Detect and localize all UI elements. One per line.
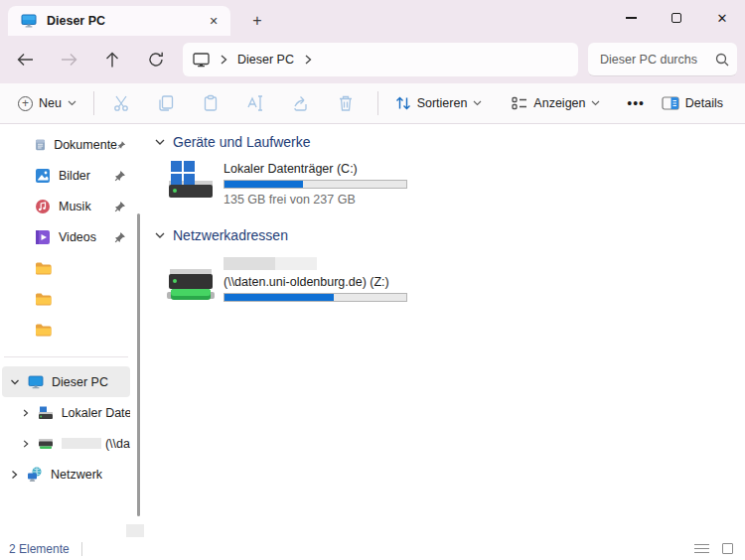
navigation-bar: Dieser PC <box>0 36 745 83</box>
view-options-icon <box>512 96 527 110</box>
capacity-bar-fill <box>224 181 303 188</box>
maximize-button[interactable] <box>654 0 699 36</box>
chevron-right-icon[interactable] <box>22 439 30 449</box>
network-drive-icon <box>167 265 215 309</box>
drive-item-c[interactable]: Lokaler Datenträger (C:) 135 GB frei von… <box>167 161 430 207</box>
paste-button[interactable] <box>194 88 228 118</box>
capacity-bar-track <box>224 180 407 189</box>
maximize-icon <box>671 13 681 23</box>
sidebar-item-dokumente[interactable]: Dokumente <box>2 129 130 160</box>
sort-button-label: Sortieren <box>417 96 468 110</box>
up-button[interactable] <box>95 43 129 76</box>
toolbar-separator <box>93 91 94 115</box>
forward-button[interactable] <box>52 43 85 76</box>
close-button[interactable]: ✕ <box>699 0 745 36</box>
group-header-network: Netzwerkadressen <box>154 227 745 243</box>
chevron-down-icon <box>68 100 76 106</box>
sidebar-scrollbar-thumb[interactable] <box>137 213 140 516</box>
sidebar-tree-netzwerk[interactable]: Netzwerk <box>2 459 130 490</box>
cut-button[interactable] <box>103 88 138 118</box>
sidebar-item-folder-redacted[interactable] <box>2 252 130 283</box>
sidebar-tree-lokaler-datentraeger[interactable]: Lokaler Datent <box>2 397 130 428</box>
redacted-label <box>62 438 101 449</box>
chevron-down-icon <box>154 136 166 148</box>
view-toggles <box>694 543 736 554</box>
pin-icon[interactable] <box>114 201 126 212</box>
rename-icon <box>245 94 265 112</box>
refresh-icon <box>148 52 164 68</box>
sidebar-tree-label: (\\dat <box>105 437 130 451</box>
breadcrumb-chevron[interactable] <box>220 55 227 65</box>
sidebar-scrollbar-end <box>126 524 144 537</box>
sidebar-tree-network-drive[interactable]: (\\dat <box>2 428 130 459</box>
sidebar-item-label: Dokumente <box>54 138 117 152</box>
more-options-button[interactable]: ••• <box>618 88 653 118</box>
chevron-right-icon[interactable] <box>22 408 30 418</box>
local-disk-icon <box>167 161 215 201</box>
copy-icon <box>157 94 175 112</box>
drive-name: Lokaler Datenträger (C:) <box>224 162 407 176</box>
this-pc-icon <box>21 13 37 29</box>
tab-close-button[interactable]: ✕ <box>203 10 224 32</box>
details-pane-button[interactable]: Details <box>654 88 731 118</box>
sidebar-item-folder-redacted[interactable] <box>2 314 130 345</box>
tab-dieser-pc[interactable]: Dieser PC ✕ <box>8 6 230 36</box>
copy-button[interactable] <box>148 88 183 118</box>
group-header-drives: Geräte und Laufwerke <box>154 134 745 150</box>
details-pane-icon <box>662 96 679 110</box>
breadcrumb-chevron[interactable] <box>304 55 312 65</box>
sidebar-item-label: Videos <box>59 230 96 244</box>
share-icon <box>292 94 310 112</box>
cut-icon <box>112 94 130 112</box>
new-button[interactable]: + Neu <box>10 88 84 118</box>
sidebar-divider <box>4 356 128 357</box>
details-button-label: Details <box>685 96 723 110</box>
pictures-icon <box>35 168 51 184</box>
local-drive-icon <box>38 406 54 420</box>
new-button-label: Neu <box>39 96 62 110</box>
collapse-group-button[interactable] <box>154 229 166 241</box>
status-separator <box>81 542 82 556</box>
minimize-icon <box>626 17 637 18</box>
collapse-group-button[interactable] <box>154 136 166 148</box>
this-pc-icon <box>193 53 210 68</box>
sidebar-item-videos[interactable]: Videos <box>2 221 130 252</box>
back-button[interactable] <box>8 43 42 76</box>
sort-button[interactable]: Sortieren <box>387 88 491 118</box>
sidebar-tree-dieser-pc[interactable]: Dieser PC <box>2 366 130 397</box>
rename-button[interactable] <box>238 88 273 118</box>
view-button[interactable]: Anzeigen <box>504 88 608 118</box>
large-icons-view-button[interactable] <box>722 543 733 554</box>
window-controls: ✕ <box>608 0 745 36</box>
refresh-button[interactable] <box>139 43 173 76</box>
network-icon <box>27 467 43 482</box>
network-drive-icon <box>38 438 54 450</box>
trash-icon <box>338 94 354 112</box>
sidebar-item-bilder[interactable]: Bilder <box>2 160 130 191</box>
chevron-right-icon[interactable] <box>10 470 19 480</box>
share-button[interactable] <box>283 88 318 118</box>
search-input[interactable] <box>600 53 709 67</box>
chevron-right-icon <box>220 55 227 65</box>
pin-icon[interactable] <box>114 170 126 182</box>
sidebar-tree-label: Dieser PC <box>52 375 108 389</box>
redacted-share-name <box>224 257 317 270</box>
file-list: Geräte und Laufwerke Lokaler Datenträger… <box>147 124 745 537</box>
pin-icon[interactable] <box>117 139 126 151</box>
drive-item-z[interactable]: (\\daten.uni-oldenburg.de) (Z:) <box>167 256 430 309</box>
view-button-label: Anzeigen <box>533 96 585 110</box>
pin-icon[interactable] <box>114 231 126 243</box>
sidebar-item-musik[interactable]: Musik <box>2 191 130 221</box>
breadcrumb-item-dieser-pc[interactable]: Dieser PC <box>237 53 294 67</box>
new-tab-button[interactable]: + <box>244 8 270 33</box>
sidebar-item-folder-redacted[interactable] <box>2 283 130 314</box>
minimize-button[interactable] <box>608 0 654 36</box>
main-area: Dokumente Bilder <box>0 124 745 537</box>
details-view-button[interactable] <box>694 544 709 554</box>
delete-button[interactable] <box>328 88 363 118</box>
music-icon <box>35 199 51 214</box>
capacity-bar-fill <box>224 294 334 301</box>
drive-name: (\\daten.uni-oldenburg.de) (Z:) <box>224 275 407 289</box>
plus-circle-icon: + <box>18 96 33 111</box>
chevron-down-icon[interactable] <box>10 377 20 387</box>
